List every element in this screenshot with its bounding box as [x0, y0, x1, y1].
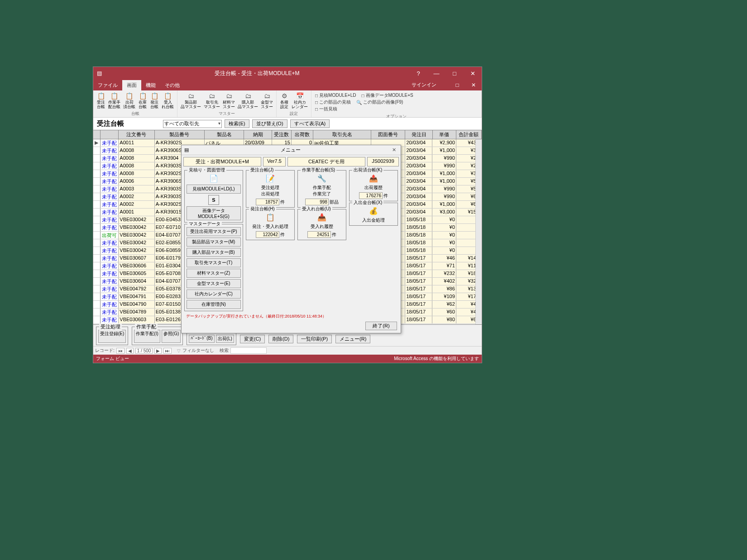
search-button[interactable]: 検索(E) [225, 119, 249, 128]
nav-last[interactable]: ⏭ [163, 348, 172, 354]
btn-受注登録(E)[interactable]: 受注登録(E) [98, 330, 126, 343]
master-btn-受注出荷用マスター(P)[interactable]: 受注出荷用マスター(P) [187, 227, 241, 236]
work-ledger-group: 作業手配台帳(S) 🔧 作業手配 作業完了 998部品 [297, 170, 346, 208]
sort-button[interactable]: 並び替え(O) [252, 119, 287, 128]
dialog-close-button[interactable]: ✕ [390, 147, 398, 153]
vertical-scrollbar[interactable] [475, 139, 482, 324]
window-title: 受注台帳 - 受注・出荷MODULE+M [105, 70, 409, 77]
receive-ledger-icon[interactable]: 📥 [316, 212, 327, 222]
order-ledger-group: 受注台帳(J) 📝 受注処理 出荷処理 18757件 [246, 170, 295, 208]
filter-status: フィルターなし [182, 347, 214, 354]
help-button[interactable]: ? [409, 67, 427, 80]
nav-search-label: 検索 [220, 347, 229, 354]
cash-ledger-group: 入出金台帳(X) 💰 入出金処理 [349, 203, 398, 226]
master-btn-社内カレンダー(C)[interactable]: 社内カレンダー(C) [187, 289, 241, 299]
work-ledger-icon[interactable]: 🔧 [316, 173, 327, 183]
modal-demo-label: CEATEC デモ用 [287, 157, 365, 166]
option-この部品の見積[interactable]: □この部品の見積 [315, 99, 351, 105]
signin-link[interactable]: サインイン [412, 81, 436, 88]
ribbon-取引先[interactable]: 🗂取引先マスター [202, 91, 221, 110]
column-header-9[interactable]: 図面番号 [371, 130, 406, 139]
ribbon-在庫[interactable]: 📋在庫台帳 [137, 91, 148, 110]
maximize-button[interactable]: □ [445, 67, 464, 80]
menu-tab-1[interactable]: 画面 [122, 80, 141, 90]
ribbon-受注[interactable]: 📋受注台帳 [95, 91, 107, 110]
column-header-4[interactable]: 製品名 [205, 130, 244, 139]
ribbon-出荷[interactable]: 📋出荷済台帳 [122, 91, 137, 110]
master-btn-金型マスター(E)[interactable]: 金型マスター(E) [187, 279, 241, 288]
option-見積MODULE+LD[interactable]: □見積MODULE+LD [315, 92, 356, 99]
master-btn-購入部品マスター(B)[interactable]: 購入部品マスター(B) [187, 248, 241, 257]
option-画像データMODULE+S[interactable]: □画像データMODULE+S [361, 92, 413, 99]
ship-ledger-group: 出荷済台帳(K) 📤 出荷履歴 176276件 [349, 170, 398, 201]
btn-出荷(L)[interactable]: 出荷(L) [216, 335, 234, 343]
master-btn-材料マスター(Z)[interactable]: 材料マスター(Z) [187, 269, 241, 278]
btn-ﾊﾞｰｺｰﾄﾞ(B)[interactable]: ﾊﾞｰｺｰﾄﾞ(B) [189, 335, 214, 343]
column-header-0[interactable] [93, 130, 101, 139]
purchase-ledger-icon[interactable]: 📋 [265, 212, 276, 222]
bottom-group-1: 作業手配作業手配(I)参照(G) [132, 327, 183, 345]
estimate-module-button[interactable]: 見積MODULE+LD(L) [187, 185, 241, 194]
dialog-icon: ▤ [184, 147, 192, 153]
ribbon-各種[interactable]: ⚙各種設定 [278, 91, 290, 110]
ribbon-金型マ[interactable]: 🗂金型マスター [259, 91, 274, 110]
form-title: 受注台帳 [97, 119, 160, 128]
nav-first[interactable]: ⏮ [116, 348, 124, 354]
option-一括見積[interactable]: □一括見積 [315, 106, 337, 112]
column-header-2[interactable]: 注文番号 [119, 130, 154, 139]
titlebar: ▤ 受注台帳 - 受注・出荷MODULE+M ? — □ ✕ [93, 67, 482, 80]
option-この部品の画像(F9)[interactable]: 🔍この部品の画像(F9) [356, 99, 403, 105]
master-btn-取引先マスター(T)[interactable]: 取引先マスター(T) [187, 258, 241, 267]
ribbon-作業手[interactable]: 📋作業手配台帳 [107, 91, 122, 110]
column-header-5[interactable]: 納期 [244, 130, 272, 139]
close-button[interactable]: ✕ [464, 67, 482, 80]
master-btn-在庫管理(N)[interactable]: 在庫管理(N) [187, 300, 241, 309]
ship-ledger-icon[interactable]: 📤 [368, 173, 379, 183]
column-header-10[interactable]: 発注日 [405, 130, 432, 139]
mdi-close-button[interactable]: ✕ [465, 80, 482, 90]
purchase-ledger-group: 発注台帳(H) 📋 発注・受入れ処理 122042件 [246, 209, 295, 240]
master-btn-製品部品マスター(M)[interactable]: 製品部品マスター(M) [187, 237, 241, 247]
column-header-3[interactable]: 製品番号 [155, 130, 205, 139]
ribbon-購入部[interactable]: 🗂購入部品マスター [236, 91, 259, 110]
btn-メニュー(R)[interactable]: メニュー(R) [335, 335, 370, 343]
menubar: ファイル画面機能その他 サインイン □ ✕ [93, 80, 482, 90]
estimate-group: 見積り・図面管理 📄 見積MODULE+LD(L) S 画像データ MODULE… [184, 170, 243, 223]
ribbon-材料マ[interactable]: 🗂材料マスター [221, 91, 236, 110]
btn-一覧印刷(P)[interactable]: 一覧印刷(P) [297, 335, 332, 343]
menu-dialog: ▤ メニュー ✕ 受注・出荷MODULE+M Ver7.5 CEATEC デモ用… [181, 145, 401, 333]
customer-filter-combo[interactable]: すべての取引先 [163, 120, 222, 128]
mdi-restore-button[interactable]: □ [449, 80, 465, 90]
column-header-11[interactable]: 単価 [433, 130, 456, 139]
app-icon: ▤ [93, 70, 105, 76]
menu-tab-3[interactable]: その他 [160, 80, 184, 90]
nav-next[interactable]: ▶ [154, 348, 162, 354]
column-header-12[interactable]: 合計金額 [456, 130, 482, 139]
ribbon-発注[interactable]: 📋発注台帳 [148, 91, 160, 110]
bottom-group-0: 受注処理受注登録(E) [96, 327, 128, 345]
btn-作業手配(I)[interactable]: 作業手配(I) [134, 330, 160, 343]
column-header-6[interactable]: 受注数 [272, 130, 292, 139]
nav-prev[interactable]: ◀ [126, 348, 134, 354]
minimize-button[interactable]: — [427, 67, 445, 80]
order-ledger-icon[interactable]: 📝 [265, 173, 276, 183]
btn-参照(G)[interactable]: 参照(G) [162, 330, 181, 343]
cash-ledger-icon[interactable]: 💰 [368, 206, 379, 216]
column-header-8[interactable]: 取引先名 [313, 130, 371, 139]
nav-search-input[interactable] [230, 347, 267, 354]
column-header-1[interactable] [101, 130, 119, 139]
ribbon-受入[interactable]: 📋受入れ台帳 [160, 91, 175, 110]
column-header-7[interactable]: 出荷数 [292, 130, 313, 139]
btn-削除(D)[interactable]: 削除(D) [268, 335, 293, 343]
ribbon-製品部[interactable]: 🗂製品部品マスター [179, 91, 202, 110]
master-data-group: マスターデータ 受注出荷用マスター(P)製品部品マスター(M)購入部品マスター(… [184, 224, 243, 311]
menu-tab-0[interactable]: ファイル [93, 80, 122, 90]
ribbon-社内カ[interactable]: 📅社内カレンダー [290, 91, 309, 110]
menu-tab-2[interactable]: 機能 [141, 80, 160, 90]
btn-変更(C)[interactable]: 変更(C) [240, 335, 265, 343]
grid-header: 注文番号製品番号製品名納期受注数出荷数取引先名図面番号発注日単価合計金額 [93, 130, 482, 139]
image-data-button[interactable]: 画像データ MODULE+S(G) [187, 206, 241, 220]
show-all-button[interactable]: すべて表示(A) [290, 119, 330, 128]
record-navigator: レコード: ⏮ ◀ 1 / 500 ▶ ⏭ ▽ フィルターなし 検索 [93, 346, 482, 355]
exit-button[interactable]: 終了(R) [365, 322, 397, 330]
